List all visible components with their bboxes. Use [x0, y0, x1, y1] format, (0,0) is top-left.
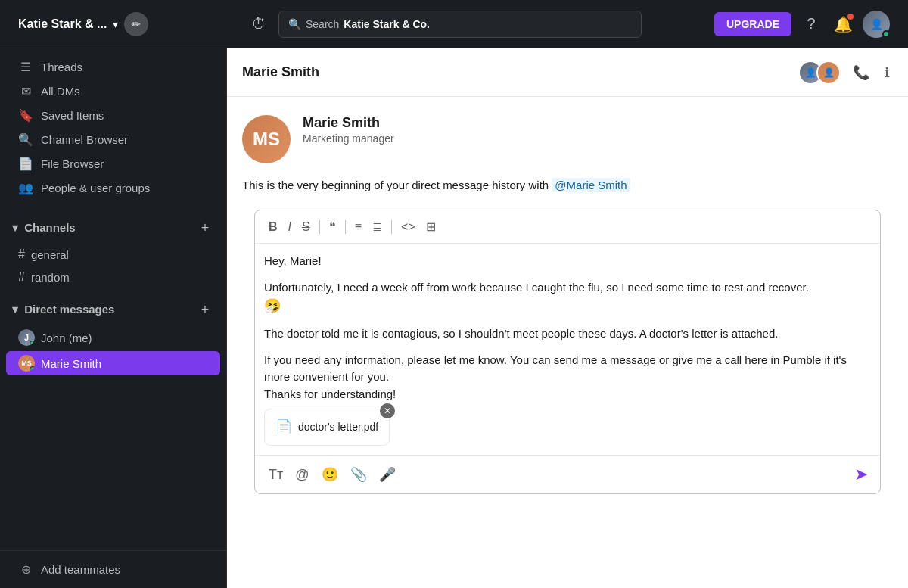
- channel-item-random[interactable]: # random: [6, 266, 220, 288]
- add-teammates-icon: ⊕: [18, 562, 33, 577]
- channels-section-header[interactable]: ▾ Channels +: [12, 216, 214, 240]
- compose-toolbar: B I S ❝ ≡ ≣ <> ⊞: [255, 210, 880, 244]
- workspace-name: Katie Stark & ...: [18, 17, 107, 31]
- add-channel-button[interactable]: +: [196, 219, 214, 237]
- message-line-6: Thanks for understanding!: [264, 386, 871, 403]
- dm-section: ▾ Direct messages +: [0, 288, 226, 325]
- participants-avatars: 👤 👤: [798, 61, 841, 85]
- file-attachment-area: 📄 doctor's letter.pdf ✕: [264, 403, 871, 446]
- search-prefix: Search: [306, 18, 339, 30]
- sidebar-item-label: Saved Items: [41, 109, 104, 122]
- saved-items-icon: 🔖: [18, 108, 33, 123]
- message-line-2: Unfortunately, I need a week off from wo…: [264, 279, 871, 297]
- text-format-button[interactable]: Тт: [264, 464, 288, 486]
- notifications-button[interactable]: 🔔: [831, 12, 855, 36]
- code-block-button[interactable]: ⊞: [421, 216, 440, 237]
- dm-item-marie[interactable]: MS Marie Smith: [6, 351, 220, 375]
- hash-icon: #: [18, 270, 25, 284]
- sidebar-item-label: All DMs: [41, 85, 80, 98]
- sidebar-item-label: Channel Browser: [41, 133, 128, 146]
- unordered-list-button[interactable]: ≣: [368, 216, 387, 237]
- add-dm-button[interactable]: +: [196, 300, 214, 319]
- app-header: Katie Stark & ... ▾ ✏ ⏱ 🔍 Search Katie S…: [0, 0, 908, 48]
- john-avatar: J: [18, 329, 35, 346]
- message-line-4: The doctor told me it is contagious, so …: [264, 325, 871, 343]
- strikethrough-button[interactable]: S: [297, 217, 315, 237]
- online-status-dot: [882, 30, 890, 38]
- file-name: doctor's letter.pdf: [298, 419, 378, 435]
- voice-message-button[interactable]: 🎤: [375, 463, 400, 486]
- search-icon: 🔍: [288, 18, 301, 30]
- add-teammates-button[interactable]: ⊕ Add teammates: [6, 558, 220, 581]
- toolbar-separator: [345, 220, 346, 234]
- remove-attachment-button[interactable]: ✕: [380, 403, 395, 418]
- emoji-button[interactable]: 🙂: [317, 463, 343, 486]
- mention-link[interactable]: @Marie Smith: [552, 178, 630, 192]
- intro-role: Marketing manager: [303, 132, 394, 145]
- sidebar-item-saved-items[interactable]: 🔖 Saved Items: [6, 104, 220, 127]
- channels-section: ▾ Channels +: [0, 207, 226, 243]
- blockquote-button[interactable]: ❝: [325, 216, 340, 237]
- chat-content: Marie Smith 👤 👤 📞 ℹ MS Marie Smith Marke…: [227, 48, 908, 588]
- channels-section-label: ▾ Channels: [12, 221, 76, 235]
- sidebar-item-label: Threads: [41, 61, 82, 73]
- sidebar-item-people-groups[interactable]: 👥 People & user groups: [6, 176, 220, 200]
- search-workspace-name: Katie Stark & Co.: [344, 18, 430, 30]
- add-teammates-label: Add teammates: [41, 563, 120, 576]
- header-center: ⏱ 🔍 Search Katie Stark & Co.: [242, 11, 699, 38]
- sidebar-item-channel-browser[interactable]: 🔍 Channel Browser: [6, 128, 220, 151]
- dm-item-name: John (me): [41, 331, 92, 344]
- sidebar-bottom: ⊕ Add teammates: [0, 550, 226, 588]
- search-bar[interactable]: 🔍 Search Katie Stark & Co.: [278, 11, 642, 38]
- marie-avatar: MS: [18, 355, 35, 372]
- channel-browser-icon: 🔍: [18, 132, 33, 147]
- chat-title: Marie Smith: [242, 64, 319, 80]
- italic-button[interactable]: I: [284, 217, 296, 237]
- notification-dot: [847, 14, 854, 20]
- message-area: MS Marie Smith Marketing manager This is…: [227, 97, 908, 588]
- dm-section-label: ▾ Direct messages: [12, 303, 114, 316]
- header-right: UPGRADE ? 🔔 👤: [705, 11, 899, 38]
- chevron-down-icon: ▾: [12, 221, 18, 234]
- upgrade-button[interactable]: UPGRADE: [714, 12, 791, 36]
- message-line-1: Hey, Marie!: [264, 253, 871, 270]
- file-attachment: 📄 doctor's letter.pdf ✕: [264, 409, 390, 446]
- history-text: This is the very beginning of your direc…: [242, 179, 893, 191]
- send-button[interactable]: ➤: [851, 462, 871, 487]
- toolbar-separator: [319, 220, 320, 234]
- compose-button[interactable]: ✏: [124, 12, 148, 36]
- dm-section-header[interactable]: ▾ Direct messages +: [12, 297, 214, 322]
- help-button[interactable]: ?: [799, 12, 823, 36]
- dm-item-john[interactable]: J John (me): [6, 325, 220, 350]
- online-dot: [30, 366, 35, 372]
- mention-button[interactable]: @: [291, 464, 313, 486]
- channel-item-general[interactable]: # general: [6, 244, 220, 265]
- message-line-5: If you need any information, please let …: [264, 352, 871, 386]
- chat-header-right: 👤 👤 📞 ℹ: [798, 61, 893, 85]
- ordered-list-button[interactable]: ≡: [350, 217, 366, 237]
- toolbar-separator: [391, 220, 392, 234]
- chevron-down-icon: ▾: [12, 303, 18, 316]
- channel-name: general: [31, 248, 69, 261]
- code-button[interactable]: <>: [396, 217, 420, 237]
- workspace-section: Katie Stark & ... ▾ ✏: [9, 12, 236, 36]
- compose-box: B I S ❝ ≡ ≣ <> ⊞ Hey, Marie! Un: [254, 210, 881, 494]
- chevron-down-icon: ▾: [113, 18, 118, 30]
- footer-left: Тт @ 🙂 📎 🎤: [264, 463, 400, 486]
- sick-emoji: 🤧: [264, 298, 281, 313]
- info-button[interactable]: ℹ: [882, 61, 893, 84]
- sidebar-item-threads[interactable]: ☰ Threads: [6, 55, 220, 79]
- all-dms-icon: ✉: [18, 84, 33, 98]
- attach-file-button[interactable]: 📎: [346, 463, 372, 486]
- call-button[interactable]: 📞: [850, 61, 872, 84]
- intro-name: Marie Smith: [303, 115, 394, 131]
- compose-body[interactable]: Hey, Marie! Unfortunately, I need a week…: [255, 244, 880, 455]
- intro-info: Marie Smith Marketing manager: [303, 115, 394, 145]
- sidebar-item-all-dms[interactable]: ✉ All DMs: [6, 79, 220, 103]
- sidebar-item-file-browser[interactable]: 📄 File Browser: [6, 152, 220, 176]
- sidebar: ☰ Threads ✉ All DMs 🔖 Saved Items 🔍 Chan…: [0, 48, 227, 588]
- history-button[interactable]: ⏱: [248, 12, 269, 36]
- compose-footer: Тт @ 🙂 📎 🎤 ➤: [255, 455, 880, 493]
- bold-button[interactable]: B: [264, 217, 282, 237]
- user-avatar-button[interactable]: 👤: [863, 11, 890, 38]
